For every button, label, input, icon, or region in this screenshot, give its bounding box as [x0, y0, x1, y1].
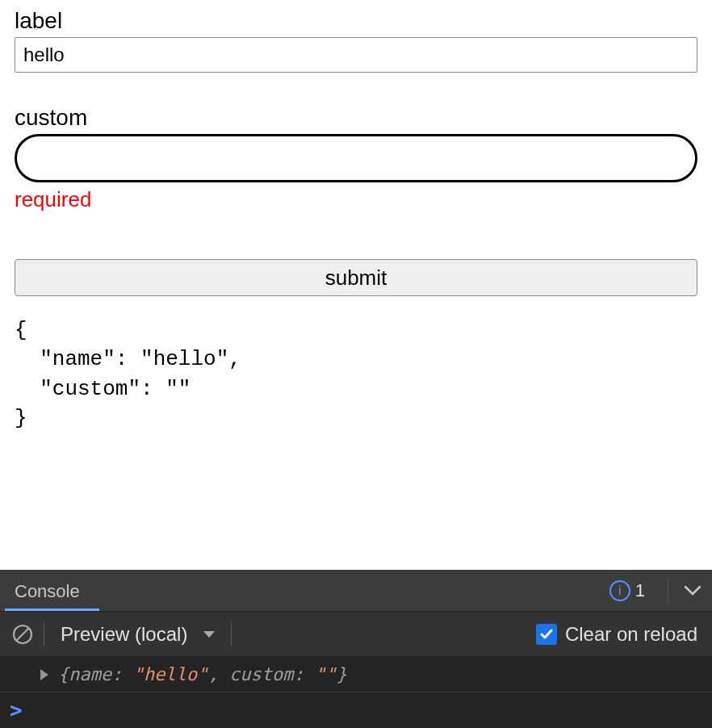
divider [231, 622, 232, 646]
label-name: label [15, 8, 697, 34]
console-prompt-row[interactable]: > [0, 692, 712, 728]
clear-console-icon[interactable] [10, 621, 36, 647]
chevron-down-icon[interactable] [676, 570, 709, 611]
tab-console[interactable]: Console [0, 571, 94, 610]
devtools-header: Console i 1 [0, 570, 712, 612]
prompt-chevron-icon: > [10, 698, 23, 722]
info-count: 1 [635, 580, 645, 601]
error-message: required [15, 187, 697, 212]
info-icon[interactable]: i [609, 580, 630, 601]
context-selector[interactable]: Preview (local) [52, 623, 223, 646]
clear-on-reload-label[interactable]: Clear on reload [565, 623, 702, 646]
form-group-custom: custom required [15, 105, 697, 212]
devtools-panel: Console i 1 Preview (local) Clear on rel… [0, 570, 712, 728]
console-log-row[interactable]: {name: "hello", custom: ""} [0, 657, 712, 692]
caret-down-icon [203, 631, 215, 638]
devtools-toolbar: Preview (local) Clear on reload [0, 612, 712, 657]
divider [44, 622, 44, 646]
custom-input[interactable] [15, 134, 697, 182]
disclosure-triangle-icon[interactable] [40, 669, 48, 680]
form-group-name: label [15, 8, 697, 73]
clear-on-reload-checkbox[interactable] [536, 624, 557, 645]
devtools-header-right: i 1 [609, 570, 712, 611]
submit-button[interactable]: submit [15, 259, 697, 296]
page-content: label custom required submit { "name": "… [0, 0, 712, 570]
name-input[interactable] [15, 37, 697, 73]
context-label: Preview (local) [61, 623, 187, 646]
divider [668, 579, 668, 603]
label-custom: custom [15, 105, 697, 131]
json-output: { "name": "hello", "custom": "" } [15, 316, 697, 433]
toolbar-right: Clear on reload [536, 623, 702, 646]
svg-line-1 [17, 628, 29, 640]
log-object: {name: "hello", custom: ""} [58, 664, 347, 684]
